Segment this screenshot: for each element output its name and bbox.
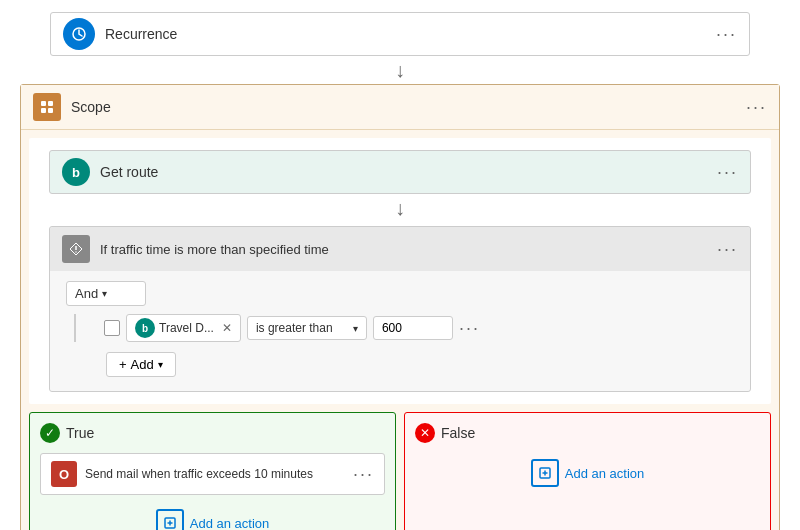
scope-title: Scope (71, 99, 111, 115)
condition-block: If traffic time is more than specified t… (49, 226, 751, 392)
recurrence-title: Recurrence (105, 26, 177, 42)
outlook-icon: O (51, 461, 77, 487)
condition-more-button[interactable]: ··· (717, 239, 738, 260)
send-mail-block: O Send mail when traffic exceeds 10 minu… (40, 453, 385, 495)
add-chevron-icon: ▾ (158, 359, 163, 370)
operator-chevron-icon: ▾ (353, 323, 358, 334)
arrow-recurrence-to-scope: ↓ (395, 56, 405, 84)
bing-chip-icon: b (135, 318, 155, 338)
plus-icon: + (119, 357, 127, 372)
chevron-down-icon: ▾ (102, 288, 107, 299)
value-input[interactable] (373, 316, 453, 340)
condition-title: If traffic time is more than specified t… (100, 242, 329, 257)
send-mail-title: Send mail when traffic exceeds 10 minute… (85, 467, 313, 481)
arrow-getroute-to-condition: ↓ (395, 194, 405, 222)
true-icon: ✓ (40, 423, 60, 443)
condition-header: If traffic time is more than specified t… (50, 227, 750, 271)
add-action-false-button[interactable]: Add an action (415, 453, 760, 493)
condition-checkbox[interactable] (104, 320, 120, 336)
scope-more-button[interactable]: ··· (746, 97, 767, 118)
scope-block: Scope ··· b Get route ··· ↓ (20, 84, 780, 530)
condition-icon (62, 235, 90, 263)
false-pane-header: ✕ False (415, 423, 760, 443)
add-row-button[interactable]: + Add ▾ (106, 352, 176, 377)
true-pane: ✓ True O Send mail when traffic exceeds … (29, 412, 396, 530)
svg-rect-4 (48, 108, 53, 113)
bing-maps-icon: b (62, 158, 90, 186)
operator-dropdown[interactable]: is greater than ▾ (247, 316, 367, 340)
recurrence-more-button[interactable]: ··· (716, 24, 737, 45)
travel-chip[interactable]: b Travel D... ✕ (126, 314, 241, 342)
get-route-more-button[interactable]: ··· (717, 162, 738, 183)
remove-travel-chip-button[interactable]: ✕ (222, 321, 232, 335)
scope-header: Scope ··· (21, 85, 779, 130)
condition-line: b Travel D... ✕ is greater than ▾ ··· (74, 314, 734, 342)
add-action-true-icon (156, 509, 184, 530)
scope-content: b Get route ··· ↓ (29, 138, 771, 404)
svg-rect-1 (41, 101, 46, 106)
condition-body: And ▾ b Travel D... ✕ is gre (50, 271, 750, 391)
recurrence-block: Recurrence ··· (50, 12, 750, 56)
true-false-row: ✓ True O Send mail when traffic exceeds … (29, 412, 771, 530)
get-route-title: Get route (100, 164, 158, 180)
svg-rect-2 (48, 101, 53, 106)
condition-row: b Travel D... ✕ is greater than ▾ ··· (104, 314, 734, 342)
svg-point-6 (75, 251, 76, 252)
send-mail-more-button[interactable]: ··· (353, 464, 374, 485)
scope-icon (33, 93, 61, 121)
add-action-true-button[interactable]: Add an action (40, 503, 385, 530)
svg-rect-3 (41, 108, 46, 113)
condition-row-more-button[interactable]: ··· (459, 318, 480, 339)
recurrence-icon (63, 18, 95, 50)
false-icon: ✕ (415, 423, 435, 443)
add-action-false-icon (531, 459, 559, 487)
false-pane: ✕ False Add an action (404, 412, 771, 530)
get-route-block: b Get route ··· (49, 150, 751, 194)
true-pane-header: ✓ True (40, 423, 385, 443)
and-dropdown[interactable]: And ▾ (66, 281, 146, 306)
